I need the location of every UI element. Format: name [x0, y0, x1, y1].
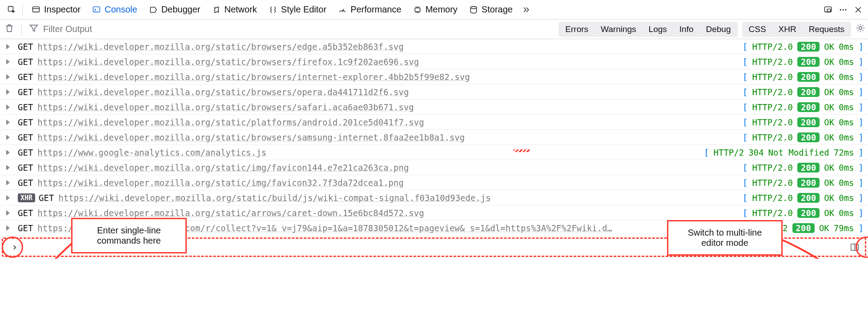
expand-twisty-icon[interactable]	[6, 135, 10, 140]
svg-point-11	[845, 9, 846, 10]
log-row[interactable]: GEThttps://wiki.developer.mozilla.org/st…	[0, 160, 868, 175]
tab-performance[interactable]: Performance	[333, 2, 407, 17]
filter-info[interactable]: Info	[674, 23, 699, 36]
prompt-chevrons-icon[interactable]: ››	[6, 240, 20, 254]
close-devtools-button[interactable]	[851, 3, 865, 17]
http-method: GET	[18, 42, 33, 52]
expand-twisty-icon[interactable]	[6, 210, 10, 216]
svg-point-6	[470, 6, 476, 8]
annotation-callout-left: Enter single-line commands here	[71, 218, 187, 253]
log-row[interactable]: GEThttps://www.google-analytics.com/anal…	[0, 145, 868, 160]
expand-twisty-icon[interactable]	[6, 225, 10, 231]
request-url[interactable]: https://wiki.developer.mozilla.org/stati…	[37, 163, 737, 173]
response-summary: [HTTP/2.0200OK0ms]	[743, 117, 864, 127]
svg-rect-5	[415, 8, 420, 11]
log-row[interactable]: GEThttps://wiki.developer.mozilla.org/st…	[0, 175, 868, 190]
svg-rect-1	[33, 7, 40, 12]
svg-point-10	[843, 9, 844, 10]
expand-twisty-icon[interactable]	[6, 104, 10, 110]
log-row[interactable]: GEThttps://wiki.developer.mozilla.org/st…	[0, 54, 868, 69]
tab-storage[interactable]: Storage	[464, 2, 518, 17]
request-url[interactable]: https://wiki.developer.mozilla.org/stati…	[37, 102, 737, 112]
filter-debug[interactable]: Debug	[701, 23, 736, 36]
expand-twisty-icon[interactable]	[6, 165, 10, 170]
http-method: GET	[18, 87, 33, 97]
filter-errors[interactable]: Errors	[560, 23, 594, 36]
http-method: GET	[18, 72, 33, 82]
tab-label: Debugger	[161, 4, 201, 15]
tab-style-editor[interactable]: Style Editor	[263, 2, 332, 17]
svg-point-9	[840, 9, 841, 10]
expand-twisty-icon[interactable]	[6, 150, 10, 155]
http-method: GET	[18, 102, 33, 112]
tab-label: Console	[104, 4, 137, 15]
request-url[interactable]: https://wiki.developer.mozilla.org/stati…	[37, 57, 737, 67]
filter-requests[interactable]: Requests	[804, 23, 850, 36]
pick-element-button[interactable]	[4, 3, 19, 17]
log-extra-filters: CSS XHR Requests	[742, 22, 851, 37]
request-url[interactable]: https://wiki.developer.mozilla.org/stati…	[37, 178, 737, 188]
request-url[interactable]: https://wiki.developer.mozilla.org/stati…	[37, 87, 737, 97]
log-row[interactable]: GEThttps://wiki.developer.mozilla.org/st…	[0, 130, 868, 145]
svg-rect-8	[827, 9, 831, 12]
multiline-editor-toggle[interactable]	[848, 240, 862, 254]
log-row[interactable]: GEThttps://wiki.developer.mozilla.org/st…	[0, 115, 868, 130]
log-row[interactable]: XHRGEThttps://wiki.developer.mozilla.org…	[0, 190, 868, 205]
kebab-menu-button[interactable]	[836, 3, 850, 17]
http-method: GET	[18, 117, 33, 127]
response-summary: [HTTP/2.0200OK0ms]	[743, 132, 864, 142]
response-summary: [HTTP/2.0200OK0ms]	[743, 178, 864, 188]
tab-inspector[interactable]: Inspector	[26, 2, 86, 17]
log-category-filters: Errors Warnings Logs Info Debug	[559, 22, 737, 37]
request-url[interactable]: https://wiki.developer.mozilla.org/stati…	[37, 132, 737, 142]
funnel-icon	[29, 23, 39, 35]
expand-twisty-icon[interactable]	[6, 74, 10, 80]
response-summary: [HTTP/2.0200OK0ms]	[743, 193, 864, 203]
tab-label: Memory	[426, 4, 458, 15]
expand-twisty-icon[interactable]	[6, 120, 10, 125]
response-summary: [HTTP/2.0200OK0ms]	[743, 208, 864, 218]
tab-label: Performance	[350, 4, 402, 15]
request-url[interactable]: https://wiki.developer.mozilla.org/stati…	[58, 193, 737, 203]
log-row[interactable]: GEThttps://wiki.developer.mozilla.org/st…	[0, 69, 868, 84]
tab-network[interactable]: Network	[207, 2, 262, 17]
tab-label: Storage	[482, 4, 513, 15]
console-log-list: GEThttps://wiki.developer.mozilla.org/st…	[0, 39, 868, 236]
log-row[interactable]: GEThttps://wiki.developer.mozilla.org/st…	[0, 39, 868, 54]
filter-css[interactable]: CSS	[743, 23, 772, 36]
response-summary: [HTTP/2304Not Modified72ms]	[704, 148, 864, 157]
tab-memory[interactable]: Memory	[408, 2, 463, 17]
request-url[interactable]: https://wiki.developer.mozilla.org/stati…	[37, 208, 737, 218]
clear-console-button[interactable]	[4, 23, 14, 35]
log-row[interactable]: GEThttps://wiki.developer.mozilla.org/st…	[0, 100, 868, 115]
filter-xhr[interactable]: XHR	[773, 23, 802, 36]
filter-logs[interactable]: Logs	[643, 23, 672, 36]
http-method: GET	[18, 57, 33, 67]
expand-twisty-icon[interactable]	[6, 195, 10, 201]
http-method: GET	[18, 178, 33, 188]
console-filter-bar: Errors Warnings Logs Info Debug CSS XHR …	[0, 20, 868, 39]
response-summary: [HTTP/2.0200OK0ms]	[743, 163, 864, 173]
expand-twisty-icon[interactable]	[6, 89, 10, 95]
tab-debugger[interactable]: Debugger	[144, 2, 206, 17]
annotation-squiggle	[514, 149, 530, 152]
tab-console[interactable]: Console	[87, 2, 142, 17]
console-settings-button[interactable]	[856, 23, 865, 35]
expand-twisty-icon[interactable]	[6, 44, 10, 49]
response-summary: [HTTP/2.0200OK0ms]	[743, 42, 864, 52]
tab-label: Style Editor	[281, 4, 326, 15]
request-url[interactable]: https://www.google-analytics.com/analyti…	[37, 148, 699, 157]
log-row[interactable]: GEThttps://wiki.developer.mozilla.org/st…	[0, 84, 868, 100]
overflow-tabs-button[interactable]	[519, 3, 533, 17]
request-url[interactable]: https://wiki.developer.mozilla.org/stati…	[37, 117, 737, 127]
request-url[interactable]: https://wiki.developer.mozilla.org/stati…	[37, 72, 737, 82]
filter-output-input[interactable]	[42, 24, 185, 35]
filter-warnings[interactable]: Warnings	[595, 23, 642, 36]
request-url[interactable]: https://wiki.developer.mozilla.org/stati…	[37, 42, 737, 52]
iframe-target-button[interactable]	[821, 3, 835, 17]
http-method: GET	[18, 163, 33, 173]
http-method: GET	[39, 193, 54, 203]
expand-twisty-icon[interactable]	[6, 59, 10, 64]
tab-label: Inspector	[44, 4, 80, 15]
expand-twisty-icon[interactable]	[6, 180, 10, 185]
